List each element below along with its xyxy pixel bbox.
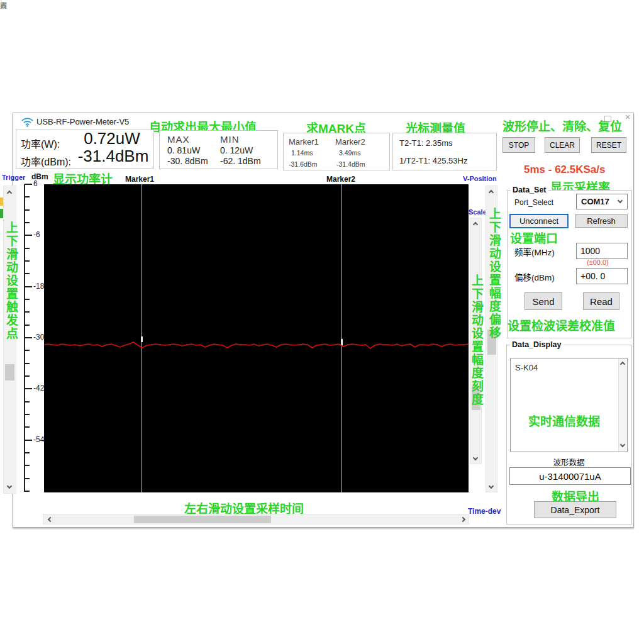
data-display-textarea[interactable]: S-K04 实时通信数据 — [510, 358, 628, 452]
scroll-down-icon[interactable] — [620, 442, 625, 447]
annotation-trigger-slide: 上下滑动设置触发点 — [5, 221, 17, 340]
data-export-button[interactable]: Data_Export — [534, 501, 616, 518]
textarea-scrollbar[interactable] — [618, 358, 627, 452]
frequency-label: 频率(MHz) — [514, 245, 555, 258]
marker2-dbm: -31.4dBm — [336, 160, 365, 168]
annotation-realtime: 实时通信数据 — [528, 412, 600, 429]
screenshot-root: 则 占 双 名 USB-RF-Power-Meter-V5 × 自动求出最大最小… — [0, 0, 644, 644]
scale-label: Scale — [469, 208, 487, 216]
scroll-left-icon[interactable] — [48, 517, 53, 522]
max-dbm-value: -30. 8dBm — [167, 156, 208, 166]
trigger-scrollbar-thumb[interactable] — [5, 364, 14, 380]
offset-input[interactable] — [576, 268, 628, 284]
time-scrollbar-thumb[interactable] — [134, 516, 271, 523]
time-scrollbar[interactable] — [43, 514, 469, 525]
reset-button[interactable]: RESET — [591, 137, 626, 153]
scroll-up-icon[interactable] — [473, 222, 478, 227]
power-panel: 功率(W): 0.72uW 功率(dBm): -31.4dBm — [16, 130, 154, 169]
wave-data-input[interactable] — [509, 467, 631, 485]
annotation-scale-slide: 上下滑动设置幅度刻度 — [470, 274, 482, 406]
wifi-icon — [21, 118, 33, 127]
port-select-dropdown[interactable]: COM17 — [576, 194, 628, 209]
offset-label: 偏移(dBm) — [514, 270, 555, 283]
data-set-legend: Data_Set — [511, 186, 548, 194]
cursor-panel: T2-T1: 2.35ms 1/T2-T1: 425.53Hz — [392, 133, 497, 170]
marker2-label: Marker2 — [335, 137, 365, 147]
wave-data-label: 波形数据 — [510, 456, 628, 468]
chevron-down-icon — [618, 198, 623, 203]
scroll-up-icon[interactable] — [489, 190, 494, 195]
scroll-up-icon[interactable] — [620, 362, 625, 367]
close-icon[interactable]: × — [625, 112, 630, 122]
max-watt-value: 0. 81uW — [167, 145, 200, 155]
annotation-cal-set: 设置检波误差校准值 — [508, 316, 615, 333]
window-title: USB-RF-Power-Meter-V5 — [36, 117, 129, 126]
refresh-button[interactable]: Refresh — [575, 214, 628, 228]
send-button[interactable]: Send — [525, 292, 562, 310]
power-w-value: 0.72uW — [72, 129, 152, 148]
annotation-wave-ctrl: 波形停止、清除、复位 — [502, 117, 622, 134]
scroll-down-icon[interactable] — [473, 455, 478, 460]
dbm-unit-label: dBm — [31, 172, 48, 181]
chart-marker2-label: Marker2 — [326, 175, 355, 184]
data-display-content: S-K04 — [515, 363, 538, 372]
read-button[interactable]: Read — [583, 292, 619, 310]
t2t1-value: T2-T1: 2.35ms — [399, 138, 453, 148]
clear-button[interactable]: CLEAR — [545, 137, 580, 153]
trigger-label: Trigger — [2, 174, 25, 181]
marker1-time: 1.14ms — [291, 149, 313, 157]
min-dbm-value: -62. 1dBm — [220, 156, 261, 166]
chart-marker1-label: Marker1 — [125, 175, 154, 184]
t2t1-inverse-value: 1/T2-T1: 425.53Hz — [399, 156, 467, 165]
marker-panel: Marker1 1.14ms -31.6dBm Marker2 3.49ms -… — [283, 133, 390, 170]
marker1-dbm: -31.6dBm — [289, 160, 318, 168]
scroll-up-icon[interactable] — [7, 191, 12, 196]
power-w-label: 功率(W): — [21, 136, 60, 151]
maxmin-panel: MAX 0. 81uW -30. 8dBm MIN 0. 12uW -62. 1… — [159, 130, 278, 169]
offset-hint: (±00.0) — [587, 258, 609, 266]
power-trace — [44, 184, 469, 492]
port-select-value: COM17 — [581, 197, 609, 206]
timedev-label: Time-dev — [468, 507, 501, 516]
min-watt-value: 0. 12uW — [220, 145, 253, 155]
max-label: MAX — [167, 134, 190, 145]
vposition-label: V-Position — [463, 175, 497, 182]
waveform-chart — [44, 184, 469, 492]
min-label: MIN — [220, 134, 240, 145]
frequency-input[interactable] — [576, 243, 628, 259]
sample-rate-value: 5ms - 62.5KSa/s — [524, 164, 605, 176]
marker2-time: 3.49ms — [339, 149, 360, 157]
power-dbm-value: -31.4dBm — [72, 147, 155, 166]
stop-button[interactable]: STOP — [502, 137, 535, 153]
annotation-vpos-slide: 上下滑动设置幅度偏移 — [488, 208, 500, 340]
data-display-legend: Data_Display — [510, 340, 564, 349]
port-select-label: Port_Select — [514, 198, 553, 207]
background-window-fragment: 名 — [0, 0, 8, 10]
scroll-down-icon[interactable] — [489, 484, 494, 489]
power-dbm-label: 功率(dBm): — [21, 153, 71, 169]
annotation-port-set: 设置端口 — [510, 229, 558, 246]
scroll-down-icon[interactable] — [7, 484, 12, 489]
unconnect-button[interactable]: Unconnect — [509, 214, 569, 228]
marker1-label: Marker1 — [289, 137, 319, 147]
scroll-right-icon[interactable] — [460, 517, 465, 522]
